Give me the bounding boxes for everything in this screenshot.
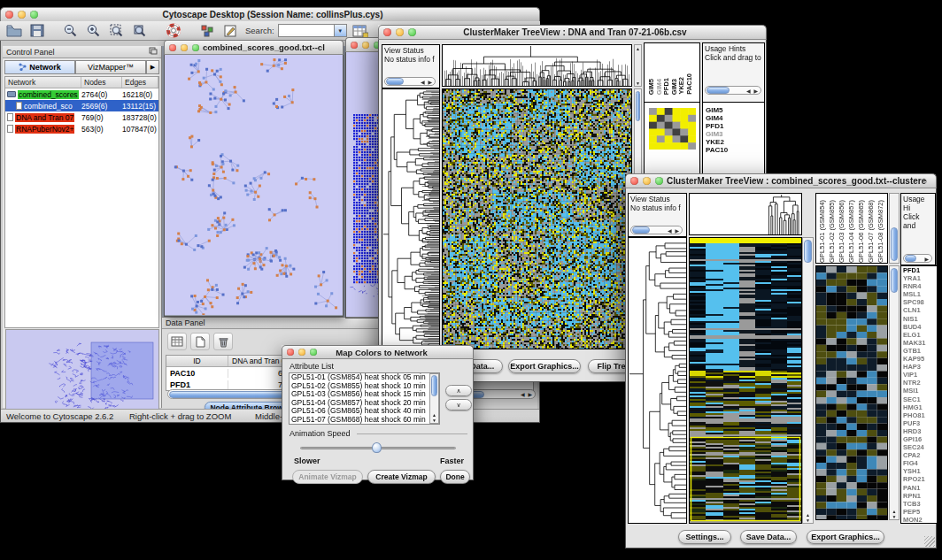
chevron-down-icon[interactable]: ▼: [334, 25, 346, 36]
zoom-out-icon[interactable]: [61, 22, 81, 39]
tv2-column-dendrogram[interactable]: [689, 193, 802, 235]
view-status-title: View Status: [630, 195, 670, 203]
tv2-gene-labels-panel: PFD1YRA1RNR4MSL1SPC98CLN1NIS1BUD4ELG1MAK…: [900, 265, 938, 524]
minimize-icon[interactable]: [298, 349, 305, 356]
minimize-icon[interactable]: [643, 177, 651, 185]
status-welcome: Welcome to Cytoscape 2.6.2: [6, 411, 113, 421]
tv1-hints-scrollbar[interactable]: ◀ ▶: [705, 86, 761, 95]
resize-grip[interactable]: [924, 536, 935, 547]
tv2-collabel-vscrollbar[interactable]: [889, 193, 900, 264]
network-list-row[interactable]: DNA and Tran 07 769(0) 183728(0): [5, 111, 158, 123]
usage-hints-title: Usage Hi: [903, 195, 925, 212]
zoom-selected-icon[interactable]: [130, 22, 150, 39]
row-label: GIM3: [706, 130, 728, 138]
zoom-icon[interactable]: [30, 11, 38, 19]
attribute-item[interactable]: GPL51-07 (GSM868) heat shock 60 min: [290, 416, 439, 425]
trash-icon[interactable]: [213, 333, 233, 350]
tv1-top-scroll-strip[interactable]: ▲▼: [634, 44, 642, 87]
network-tree-icon: [19, 63, 27, 73]
close-icon[interactable]: [287, 349, 294, 356]
done-button[interactable]: Done: [440, 470, 470, 484]
tv2-settings-button[interactable]: Settings...: [678, 530, 731, 544]
network-list-row[interactable]: combined_scores 2764(0) 16218(0): [5, 88, 158, 100]
tv1-status-scrollbar[interactable]: ◀ ▶: [384, 77, 436, 86]
close-icon[interactable]: [351, 42, 358, 49]
tv2-save-data-button[interactable]: Save Data...: [740, 530, 797, 544]
zoom-in-icon[interactable]: [84, 22, 104, 39]
tv2-export-graphics-button[interactable]: Export Graphics...: [807, 530, 884, 544]
open-folder-icon[interactable]: [4, 22, 24, 39]
close-icon[interactable]: [169, 44, 176, 51]
tv1-column-dendrogram[interactable]: [442, 44, 632, 87]
animate-vizmap-button[interactable]: Animate Vizmap: [292, 470, 363, 484]
tab-vizmapper[interactable]: VizMapper™: [75, 60, 146, 74]
tv2-status-scrollbar[interactable]: ◀ ▶: [630, 226, 683, 234]
tv2-row-dendrogram[interactable]: [628, 237, 687, 524]
tv1-zoom-heatmap[interactable]: [649, 108, 696, 150]
tv1-export-graphics-button[interactable]: Export Graphics...: [508, 359, 581, 373]
move-up-button[interactable]: ∧: [445, 385, 472, 396]
slower-label: Slower: [294, 456, 320, 465]
treeview1-titlebar[interactable]: ClusterMaker TreeView : DNA and Tran 07-…: [378, 25, 767, 40]
float-panel-icon[interactable]: [149, 47, 158, 57]
network-list-header[interactable]: Network Nodes Edges: [5, 77, 158, 88]
vizmapper-icon[interactable]: [197, 22, 217, 39]
minimize-icon[interactable]: [18, 11, 26, 19]
tv2-gene-vscrollbar[interactable]: ▲▼: [889, 265, 900, 520]
scroll-arrows-icon[interactable]: ◀ ▶: [521, 391, 534, 397]
annotation-icon[interactable]: [220, 22, 240, 39]
tv2-main-heatmap[interactable]: [689, 237, 802, 524]
status-hint-zoom: Right-click + drag to ZOOM: [129, 411, 231, 421]
main-titlebar[interactable]: Cytoscape Desktop (Session Name: collins…: [0, 7, 540, 22]
desktop-background: Cytoscape Desktop (Session Name: collins…: [0, 0, 942, 560]
move-down-button[interactable]: ∨: [445, 399, 472, 410]
minimize-icon[interactable]: [362, 42, 369, 49]
tv1-main-heatmap[interactable]: [442, 88, 632, 349]
listbox-vscrollbar[interactable]: ▲▼: [429, 373, 439, 424]
gene-label: GPI16: [901, 435, 937, 443]
gene-label: MSL1: [901, 290, 937, 298]
treeview2-title: ClusterMaker TreeView : combined_scores_…: [663, 176, 927, 186]
tv2-zoom-heatmap[interactable]: [815, 265, 888, 520]
treeview1-title: ClusterMaker TreeView : DNA and Tran 07-…: [416, 27, 734, 37]
save-icon[interactable]: [27, 22, 47, 39]
create-vizmap-button[interactable]: Create Vizmap: [367, 470, 436, 484]
network-view-titlebar[interactable]: combined_scores_good.txt--cluste...: [164, 40, 344, 55]
minimize-icon[interactable]: [181, 44, 188, 51]
table-grid-icon[interactable]: [167, 333, 187, 350]
tv2-column-labels: GPL51-01 (GSM854)GPL51-02 (GSM855)GPL51-…: [818, 194, 886, 263]
close-icon[interactable]: [630, 177, 638, 185]
tv2-heatmap-vscrollbar[interactable]: ▲▼: [802, 237, 814, 524]
help-lifesaver-icon[interactable]: [164, 22, 183, 39]
tab-more-button[interactable]: ▶: [146, 60, 159, 74]
network-list-row[interactable]: combined_sco 2569(6) 13112(15): [5, 100, 158, 111]
zoom-icon[interactable]: [408, 28, 416, 36]
zoom-icon[interactable]: [310, 349, 317, 356]
zoom-icon[interactable]: [655, 177, 663, 185]
gene-label: HRD3: [901, 427, 937, 435]
tv1-row-dendrogram[interactable]: [382, 88, 440, 349]
zoom-icon[interactable]: [192, 44, 199, 51]
birds-eye-view[interactable]: [5, 329, 159, 414]
attr-col-id[interactable]: ID: [166, 356, 228, 366]
search-input[interactable]: ▼: [278, 24, 347, 37]
network-nodes-count: 2569(6): [81, 102, 122, 111]
close-icon[interactable]: [5, 11, 13, 19]
dialog-titlebar[interactable]: Map Colors to Network: [282, 345, 474, 359]
attribute-listbox[interactable]: GPL51-01 (GSM854) heat shock 05 minGPL51…: [289, 372, 440, 425]
tv2-hints-scrollbar[interactable]: ▶: [903, 254, 932, 263]
network-list-row[interactable]: RNAPuberNov2+ 563(0) 107847(0): [5, 123, 158, 134]
tv2-usage-hints: Usage HiClick and ▶: [900, 193, 936, 265]
tab-network[interactable]: Network: [4, 60, 75, 74]
zoom-fit-icon[interactable]: [107, 22, 127, 39]
tv2-gene-labels: PFD1YRA1RNR4MSL1SPC98CLN1NIS1BUD4ELG1MAK…: [901, 266, 937, 524]
slider-thumb[interactable]: [372, 442, 382, 453]
network-nodes-count: 769(0): [81, 113, 122, 122]
network-canvas[interactable]: [165, 55, 343, 315]
close-icon[interactable]: [383, 28, 391, 36]
new-page-icon[interactable]: [190, 333, 210, 350]
network-list-rows: combined_scores 2764(0) 16218(0) combine…: [5, 88, 158, 134]
gene-label: RNR4: [901, 282, 937, 290]
minimize-icon[interactable]: [396, 28, 404, 36]
treeview2-titlebar[interactable]: ClusterMaker TreeView : combined_scores_…: [625, 173, 937, 188]
